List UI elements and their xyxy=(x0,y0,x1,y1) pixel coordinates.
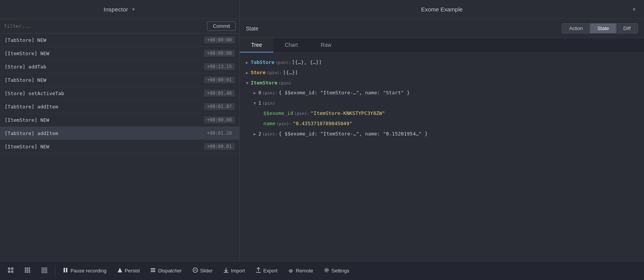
svg-rect-9 xyxy=(29,269,30,271)
tree-value: "ItemStore-KNKSTYPC3Y8ZW" xyxy=(311,110,385,118)
tab-diff[interactable]: Diff xyxy=(616,23,638,33)
grid3-button[interactable] xyxy=(37,265,52,277)
remote-button-label: Remote xyxy=(296,268,313,274)
tab-state[interactable]: State xyxy=(590,23,616,33)
tree-toggle-icon[interactable]: ▼ xyxy=(246,80,249,87)
svg-rect-7 xyxy=(25,269,26,271)
inspector-title: Inspector xyxy=(104,6,128,13)
log-time: +00:00.00 xyxy=(204,116,235,123)
tab-action[interactable]: Action xyxy=(562,23,590,33)
slider-button[interactable]: Slider xyxy=(188,265,217,276)
subtab-bar: TreeChartRaw xyxy=(240,38,644,53)
action-state-tab-group: ActionStateDiff xyxy=(562,23,638,33)
log-item[interactable]: [TabStore] NEW +00:00:01 xyxy=(0,73,239,87)
dispatcher-button-label: Dispatcher xyxy=(158,268,182,274)
tree-key: Store xyxy=(251,69,266,77)
tree-meta: (pin): xyxy=(276,59,291,66)
import-button[interactable]: Import xyxy=(219,265,250,276)
pause-icon xyxy=(63,267,68,274)
slider-button-label: Slider xyxy=(200,268,213,274)
grid1-button[interactable] xyxy=(3,265,18,277)
right-header: State ActionStateDiff xyxy=(240,19,644,38)
app-title: Exome Example xyxy=(421,6,462,13)
svg-rect-13 xyxy=(41,267,43,269)
log-time: +00:00:00 xyxy=(204,50,235,57)
dispatcher-button[interactable]: Dispatcher xyxy=(146,265,186,276)
app-dropdown-arrow[interactable]: ▼ xyxy=(632,7,636,12)
tree-meta: (pin) xyxy=(262,100,275,107)
log-time: +00:00:00 xyxy=(204,37,235,43)
tree-meta: (pin): xyxy=(276,121,292,127)
svg-rect-8 xyxy=(27,269,28,271)
tree-line[interactable]: ▼1 (pin) xyxy=(240,98,644,108)
svg-rect-4 xyxy=(25,267,26,269)
subtab-raw[interactable]: Raw xyxy=(309,38,343,52)
grid2-button[interactable] xyxy=(20,265,35,277)
filter-input[interactable] xyxy=(4,23,204,29)
tree-toggle-icon[interactable]: ▶ xyxy=(253,90,256,97)
tree-line[interactable]: ▶TabStore (pin): [{…}, {…}] xyxy=(240,57,644,68)
grid1-icon xyxy=(8,267,14,274)
svg-rect-24 xyxy=(46,270,47,272)
export-icon xyxy=(256,267,261,274)
log-item[interactable]: [ItemStore] NEW +00:00.00 xyxy=(0,113,239,127)
tree-toggle-icon[interactable]: ▼ xyxy=(253,100,256,107)
subtab-tree[interactable]: Tree xyxy=(240,38,273,52)
svg-rect-27 xyxy=(45,272,46,273)
tree-line[interactable]: ▶2 (pin): { $$exome_id: "ItemStore-…", n… xyxy=(240,129,644,139)
log-item[interactable]: [TabStore] addItem +00:01.87 xyxy=(0,100,239,113)
app-header: Exome Example ▼ xyxy=(240,0,644,19)
tree-meta: (pin): xyxy=(267,70,282,76)
tree-key: 0 xyxy=(258,89,261,97)
log-item[interactable]: [TabStore] NEW +00:00:00 xyxy=(0,33,239,47)
settings-button[interactable]: Settings xyxy=(319,265,354,276)
tree-toggle-icon[interactable]: ▶ xyxy=(253,131,256,138)
svg-rect-5 xyxy=(27,267,28,269)
remote-icon xyxy=(288,267,293,274)
log-label: [ItemStore] NEW xyxy=(5,51,49,56)
tree-meta: (pin) xyxy=(279,80,291,87)
tree-line[interactable]: name (pin): "0.4353718789845049" xyxy=(240,119,644,129)
subtab-chart[interactable]: Chart xyxy=(273,38,309,52)
commit-button[interactable]: Commit xyxy=(207,21,236,31)
pause-recording-button[interactable]: Pause recording xyxy=(58,265,111,276)
svg-rect-2 xyxy=(8,270,10,273)
log-item[interactable]: [Store] setActiveTab +00:05.48 xyxy=(0,87,239,100)
log-label: [Store] setActiveTab xyxy=(5,91,64,96)
svg-rect-33 xyxy=(151,270,155,270)
log-time: +00:00.01 xyxy=(204,143,235,150)
tree-meta: (pin): xyxy=(294,110,309,117)
svg-rect-16 xyxy=(46,267,47,269)
tree-toggle-icon[interactable]: ▶ xyxy=(246,70,249,76)
dispatcher-icon xyxy=(150,267,156,274)
log-item[interactable]: [ItemStore] NEW +00:00:00 xyxy=(0,47,239,60)
tree-line[interactable]: ▶0 (pin): { $$exome_id: "ItemStore-…", n… xyxy=(240,88,644,98)
remote-button[interactable]: Remote xyxy=(284,265,318,276)
tree-line[interactable]: ▶Store (pin): [{…}] xyxy=(240,68,644,78)
log-label: [TabStore] NEW xyxy=(5,77,46,83)
log-item[interactable]: [Store] addTab +00:13.15 xyxy=(0,60,239,73)
import-button-label: Import xyxy=(231,268,245,274)
settings-button-label: Settings xyxy=(332,268,349,274)
log-item[interactable]: [TabStore] addItem +00:01.28 xyxy=(0,127,239,140)
export-button[interactable]: Export xyxy=(251,265,282,276)
svg-rect-20 xyxy=(46,269,47,270)
main-area: Commit [TabStore] NEW +00:00:00 [ItemSto… xyxy=(0,19,644,261)
tree-key: name xyxy=(263,120,275,128)
svg-rect-11 xyxy=(27,271,28,273)
grid2-icon xyxy=(24,267,30,274)
inspector-dropdown-arrow[interactable]: ▼ xyxy=(131,7,136,12)
log-label: [TabStore] addItem xyxy=(5,130,58,136)
log-time: +00:00:01 xyxy=(204,76,235,83)
tree-toggle-icon[interactable]: ▶ xyxy=(246,59,249,66)
log-time: +00:13.15 xyxy=(204,63,235,70)
tree-value: "0.4353718789845049" xyxy=(293,120,352,128)
tree-key: 1 xyxy=(258,99,261,107)
svg-rect-15 xyxy=(45,267,46,269)
log-item[interactable]: [ItemStore] NEW +00:00.01 xyxy=(0,140,239,153)
svg-rect-25 xyxy=(41,272,43,273)
tree-line[interactable]: $$exome_id (pin): "ItemStore-KNKSTYPC3Y8… xyxy=(240,108,644,119)
tree-line[interactable]: ▼ItemStore (pin) xyxy=(240,78,644,88)
svg-point-42 xyxy=(325,269,327,271)
persist-button[interactable]: Persist xyxy=(113,265,145,276)
